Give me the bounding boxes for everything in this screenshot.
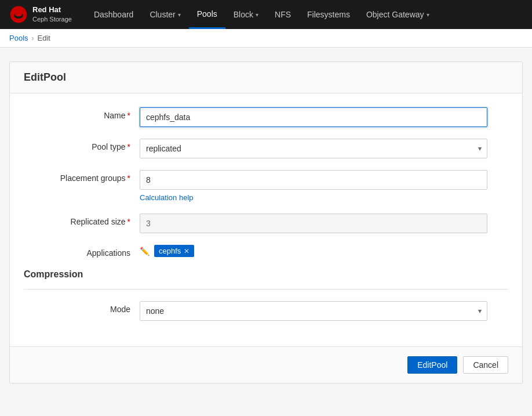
name-input[interactable]	[140, 107, 487, 127]
compression-section-title: Compression	[24, 269, 508, 290]
redhat-logo	[9, 5, 28, 24]
calculation-help-link[interactable]: Calculation help	[140, 193, 194, 202]
mode-select[interactable]: none passive aggressive force	[140, 301, 487, 321]
mode-control-wrap: none passive aggressive force ▾	[140, 301, 487, 321]
name-field-group: Name*	[24, 107, 508, 127]
card-header: EditPool	[10, 62, 522, 93]
required-indicator: *	[127, 142, 130, 151]
mode-label: Mode	[24, 301, 140, 314]
applications-label: Applications	[24, 245, 140, 258]
breadcrumb-separator: ›	[32, 34, 34, 42]
applications-wrap: ✏️ cephfs ✕	[140, 245, 487, 257]
name-label: Name*	[24, 107, 140, 120]
nav-menu: Dashboard Cluster ▾ Pools Block ▾ NFS Fi…	[86, 0, 438, 29]
card-footer: EditPool Cancel	[10, 346, 522, 383]
pool-type-label: Pool type*	[24, 139, 140, 151]
placement-groups-field-group: Placement groups* Calculation help	[24, 170, 508, 202]
nav-item-pools[interactable]: Pools	[189, 0, 225, 29]
card-body: Name* Pool type* replicated erasure	[10, 93, 522, 346]
placement-groups-label: Placement groups*	[24, 170, 140, 183]
main-content: EditPool Name* Pool type*	[0, 48, 532, 397]
edit-pool-card: EditPool Name* Pool type*	[9, 62, 523, 384]
pool-type-select[interactable]: replicated erasure	[140, 139, 487, 158]
application-tag-cephfs: cephfs ✕	[154, 245, 194, 257]
brand: Red Hat Ceph Storage	[9, 5, 72, 24]
mode-field-group: Mode none passive aggressive force ▾	[24, 301, 508, 321]
pool-type-select-wrap: replicated erasure ▾	[140, 139, 487, 158]
edit-pencil-icon[interactable]: ✏️	[140, 247, 150, 256]
required-indicator: *	[127, 173, 130, 183]
mode-select-wrap: none passive aggressive force ▾	[140, 301, 487, 321]
nav-item-block[interactable]: Block ▾	[225, 0, 267, 29]
required-indicator: *	[127, 217, 130, 226]
pool-type-field-group: Pool type* replicated erasure ▾	[24, 139, 508, 158]
editpool-submit-button[interactable]: EditPool	[407, 356, 457, 374]
cancel-button[interactable]: Cancel	[463, 356, 508, 374]
chevron-down-icon: ▾	[178, 12, 181, 18]
chevron-down-icon: ▾	[427, 12, 429, 18]
name-control-wrap	[140, 107, 487, 127]
pool-type-control-wrap: replicated erasure ▾	[140, 139, 487, 158]
placement-groups-input[interactable]	[140, 170, 487, 190]
svg-point-2	[15, 12, 23, 16]
applications-control-wrap: ✏️ cephfs ✕	[140, 245, 487, 257]
breadcrumb-current: Edit	[38, 34, 50, 42]
applications-field-group: Applications ✏️ cephfs ✕	[24, 245, 508, 258]
replicated-size-field-group: Replicated size*	[24, 214, 508, 233]
nav-item-filesystems[interactable]: Filesystems	[299, 0, 358, 29]
top-navbar: Red Hat Ceph Storage Dashboard Cluster ▾…	[0, 0, 532, 29]
nav-item-nfs[interactable]: NFS	[267, 0, 299, 29]
tag-close-button[interactable]: ✕	[184, 247, 190, 255]
required-indicator: *	[127, 111, 130, 120]
replicated-size-control-wrap	[140, 214, 487, 233]
breadcrumb: Pools › Edit	[0, 29, 532, 48]
brand-text: Red Hat Ceph Storage	[32, 5, 72, 23]
nav-item-object-gateway[interactable]: Object Gateway ▾	[358, 0, 438, 29]
compression-section: Compression	[24, 269, 508, 290]
nav-item-dashboard[interactable]: Dashboard	[86, 0, 142, 29]
page-title: EditPool	[24, 71, 66, 83]
replicated-size-input[interactable]	[140, 214, 487, 233]
chevron-down-icon: ▾	[256, 12, 258, 18]
nav-item-cluster[interactable]: Cluster ▾	[141, 0, 188, 29]
replicated-size-label: Replicated size*	[24, 214, 140, 226]
breadcrumb-pools-link[interactable]: Pools	[9, 34, 28, 42]
placement-groups-control-wrap: Calculation help	[140, 170, 487, 202]
